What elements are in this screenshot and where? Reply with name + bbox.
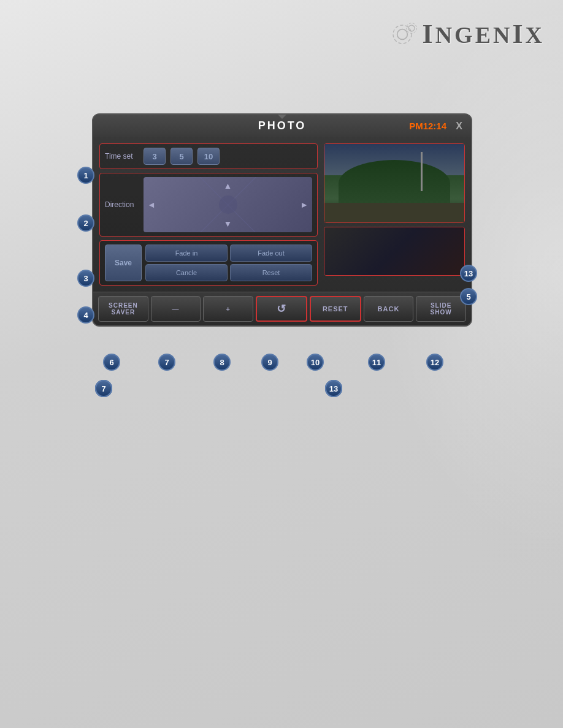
lower-callout-13: 13: [325, 380, 342, 397]
rotate-button[interactable]: ↺: [256, 296, 307, 322]
toolbar: SCREEN SAVER — + ↺ RESET BACK SLIDE SHOW: [93, 292, 471, 325]
callout-13: 13: [460, 265, 477, 282]
direction-down-button[interactable]: ▼: [224, 219, 232, 229]
direction-right-button[interactable]: ►: [300, 200, 308, 210]
callout-4: 4: [77, 306, 94, 324]
callout-12: 12: [426, 354, 443, 371]
cancel-button[interactable]: Cancle: [145, 264, 228, 281]
gear-icon: [387, 19, 418, 50]
fade-in-button[interactable]: Fade in: [145, 245, 228, 262]
preview-image-bottom: [324, 227, 465, 276]
direction-up-button[interactable]: ▲: [224, 181, 232, 191]
save-button[interactable]: Save: [105, 245, 142, 281]
callout-1: 1: [77, 167, 94, 184]
direction-pad: ▲ ▼ ◄ ►: [144, 177, 312, 232]
bottom-buttons-wrapper: Save Fade in Fade out Cancle Reset: [99, 240, 318, 286]
direction-row: Direction ▲ ▼ ◄ ►: [99, 173, 318, 237]
svg-point-0: [397, 29, 407, 39]
callout-10: 10: [307, 354, 324, 371]
right-preview: [324, 143, 465, 286]
callout-8: 8: [213, 354, 231, 371]
callout-5: 5: [460, 288, 477, 305]
direction-label: Direction: [105, 200, 139, 209]
action-row-2: Cancle Reset: [145, 264, 312, 281]
lower-callout-7: 7: [95, 380, 112, 397]
back-button[interactable]: BACK: [364, 296, 414, 322]
time-btn-10[interactable]: 10: [197, 148, 220, 165]
callout-9: 9: [261, 354, 278, 371]
time-btn-3[interactable]: 3: [144, 148, 166, 165]
callout-3: 3: [77, 270, 94, 287]
svg-point-3: [406, 23, 416, 33]
main-panel: PHOTO PM12:14 X Time set 3 5 10 Directio…: [92, 113, 472, 327]
preview-image-top: [324, 143, 465, 223]
panel-arrow: [277, 114, 287, 119]
logo-text: INGENIX: [423, 18, 545, 50]
action-buttons: Fade in Fade out Cancle Reset: [145, 245, 312, 281]
reset-inner-button[interactable]: Reset: [230, 264, 312, 281]
callout-6: 6: [103, 354, 120, 371]
direction-left-button[interactable]: ◄: [147, 200, 156, 210]
preview-bottom-image: [324, 227, 464, 275]
reset-button[interactable]: RESET: [310, 296, 361, 322]
dir-center: [219, 195, 237, 214]
screen-saver-button[interactable]: SCREEN SAVER: [98, 296, 148, 322]
time-set-row: Time set 3 5 10: [99, 143, 318, 169]
callout-2: 2: [77, 214, 94, 232]
fade-out-button[interactable]: Fade out: [230, 245, 312, 262]
panel-body: Time set 3 5 10 Direction ▲ ▼ ◄ ►: [93, 137, 471, 292]
time-btn-5[interactable]: 5: [170, 148, 193, 165]
panel-title: PHOTO: [258, 119, 307, 132]
photo-trees: [339, 160, 450, 207]
photo-pole: [421, 152, 423, 191]
callout-11: 11: [368, 354, 385, 371]
svg-point-2: [408, 25, 415, 31]
action-row-1: Fade in Fade out: [145, 245, 312, 262]
plus-button[interactable]: +: [203, 296, 253, 322]
panel-time: PM12:14: [409, 121, 446, 131]
close-button[interactable]: X: [456, 121, 462, 132]
photo-ground: [324, 203, 464, 222]
left-controls: Time set 3 5 10 Direction ▲ ▼ ◄ ►: [99, 143, 318, 286]
logo-area: INGENIX: [387, 18, 545, 50]
callout-7: 7: [158, 354, 175, 371]
photo-simulation: [324, 144, 464, 222]
panel-header: PHOTO PM12:14 X: [93, 115, 471, 137]
slide-show-button[interactable]: SLIDE SHOW: [416, 296, 466, 322]
minus-button[interactable]: —: [151, 296, 201, 322]
time-set-label: Time set: [105, 152, 139, 161]
bottom-btns-row: Save Fade in Fade out Cancle Reset: [105, 245, 312, 281]
